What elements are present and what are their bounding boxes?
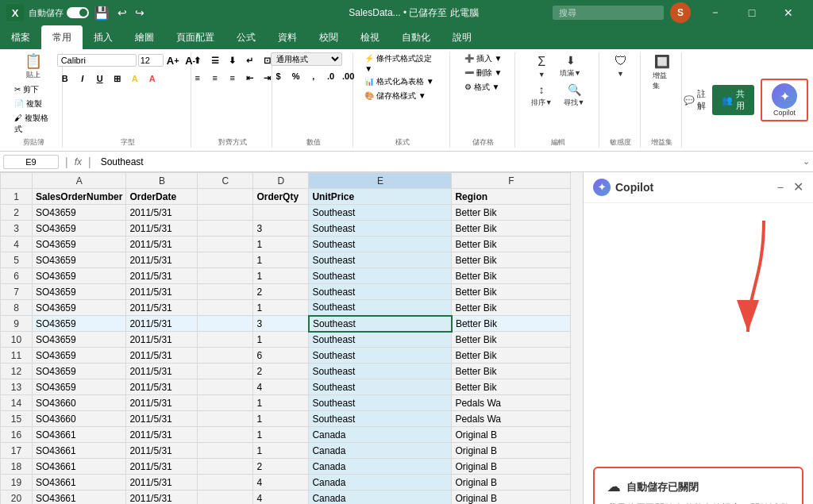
- cell-e11[interactable]: Southeast: [309, 348, 452, 364]
- tab-insert[interactable]: 插入: [83, 25, 124, 49]
- align-right-btn[interactable]: ≡: [225, 70, 241, 86]
- cell-a20[interactable]: SO43661: [33, 491, 126, 505]
- paste-btn[interactable]: 📋 貼上: [19, 52, 48, 82]
- cell-d15[interactable]: 1: [253, 411, 309, 427]
- cell-d1[interactable]: OrderQty: [253, 189, 309, 205]
- sort-filter-btn[interactable]: ↕ 排序▼: [526, 82, 557, 110]
- cell-b18[interactable]: 2011/5/31: [126, 459, 198, 475]
- cell-f2[interactable]: Better Bik: [452, 205, 571, 221]
- cell-b4[interactable]: 2011/5/31: [126, 237, 198, 252]
- cell-e5[interactable]: Southeast: [309, 252, 452, 268]
- cell-b15[interactable]: 2011/5/31: [126, 411, 198, 427]
- cell-a9[interactable]: SO43659: [33, 316, 126, 332]
- cell-d16[interactable]: 1: [253, 427, 309, 443]
- cell-a3[interactable]: SO43659: [33, 221, 126, 237]
- sum-btn[interactable]: Σ ▼: [530, 52, 553, 80]
- cell-d3[interactable]: 3: [253, 221, 309, 237]
- tab-automate[interactable]: 自動化: [391, 25, 441, 49]
- copy-btn[interactable]: 📄 複製: [11, 98, 56, 110]
- redo-btn[interactable]: ↪: [132, 5, 148, 21]
- cell-b12[interactable]: 2011/5/31: [126, 364, 198, 379]
- cell-b19[interactable]: 2011/5/31: [126, 475, 198, 491]
- cell-f20[interactable]: Original B: [452, 491, 571, 505]
- cell-f15[interactable]: Pedals Wa: [452, 411, 571, 427]
- cell-d10[interactable]: 1: [253, 332, 309, 348]
- cell-a8[interactable]: SO43659: [33, 300, 126, 316]
- formula-expand-btn[interactable]: ⌄: [803, 156, 810, 167]
- cell-d12[interactable]: 2: [253, 364, 309, 379]
- sensitivity-btn[interactable]: 🛡 ▼: [607, 52, 635, 79]
- cell-f10[interactable]: Better Bik: [452, 332, 571, 348]
- col-header-d[interactable]: D: [253, 173, 309, 189]
- cell-a4[interactable]: SO43659: [33, 237, 126, 252]
- cell-d14[interactable]: 1: [253, 395, 309, 411]
- cell-c19[interactable]: [198, 475, 253, 491]
- cell-a5[interactable]: SO43659: [33, 252, 126, 268]
- cell-f4[interactable]: Better Bik: [452, 237, 571, 252]
- cell-a7[interactable]: SO43659: [33, 284, 126, 300]
- cell-b2[interactable]: 2011/5/31: [126, 205, 198, 221]
- cell-c12[interactable]: [198, 364, 253, 379]
- cell-e14[interactable]: Southeast: [309, 395, 452, 411]
- cell-a6[interactable]: SO43659: [33, 268, 126, 284]
- cell-e1[interactable]: UnitPrice: [309, 189, 452, 205]
- cell-e15[interactable]: Southeast: [309, 411, 452, 427]
- font-name-input[interactable]: [57, 54, 137, 67]
- cell-c3[interactable]: [198, 221, 253, 237]
- cell-c20[interactable]: [198, 491, 253, 505]
- cell-styles-btn[interactable]: 🎨 儲存格樣式 ▼: [361, 90, 429, 102]
- tab-file[interactable]: 檔案: [0, 25, 41, 49]
- cell-f6[interactable]: Better Bik: [452, 268, 571, 284]
- cell-c13[interactable]: [198, 379, 253, 395]
- cell-a10[interactable]: SO43659: [33, 332, 126, 348]
- cell-e17[interactable]: Canada: [309, 443, 452, 459]
- italic-btn[interactable]: I: [75, 71, 91, 87]
- cell-b20[interactable]: 2011/5/31: [126, 491, 198, 505]
- percent-btn[interactable]: %: [288, 68, 304, 84]
- tab-view[interactable]: 檢視: [349, 25, 391, 49]
- format-as-table-btn[interactable]: 📊 格式化為表格 ▼: [361, 75, 437, 88]
- cell-d4[interactable]: 1: [253, 237, 309, 252]
- cell-reference-input[interactable]: [3, 155, 59, 169]
- currency-btn[interactable]: $: [271, 68, 287, 84]
- cell-d9[interactable]: 3: [253, 316, 309, 332]
- cell-d7[interactable]: 2: [253, 284, 309, 300]
- grid-container[interactable]: A B C D E F 1 SalesOrderNumber OrderDate: [0, 172, 583, 504]
- cell-c11[interactable]: [198, 348, 253, 364]
- cell-f7[interactable]: Better Bik: [452, 284, 571, 300]
- format-cells-btn[interactable]: ⚙ 格式 ▼: [461, 81, 505, 94]
- cell-e13[interactable]: Southeast: [309, 379, 452, 395]
- restore-btn[interactable]: □: [734, 0, 770, 25]
- align-center-btn[interactable]: ≡: [207, 70, 223, 86]
- cell-e16[interactable]: Canada: [309, 427, 452, 443]
- cell-b5[interactable]: 2011/5/31: [126, 252, 198, 268]
- cell-a2[interactable]: SO43659: [33, 205, 126, 221]
- addins-btn[interactable]: 🔲 增益集: [648, 52, 676, 93]
- cell-c18[interactable]: [198, 459, 253, 475]
- cell-c10[interactable]: [198, 332, 253, 348]
- increase-decimal-btn[interactable]: .0: [323, 68, 339, 84]
- tab-draw[interactable]: 繪圖: [124, 25, 165, 49]
- close-btn[interactable]: ✕: [770, 0, 807, 25]
- format-painter-btn[interactable]: 🖌 複製格式: [11, 112, 56, 136]
- tab-review[interactable]: 校閱: [308, 25, 349, 49]
- tab-layout[interactable]: 頁面配置: [165, 25, 225, 49]
- cell-f9[interactable]: Better Bik: [452, 316, 571, 332]
- cell-c4[interactable]: [198, 237, 253, 252]
- cell-c8[interactable]: [198, 300, 253, 316]
- cell-c6[interactable]: [198, 268, 253, 284]
- cell-d13[interactable]: 4: [253, 379, 309, 395]
- border-btn[interactable]: ⊞: [110, 71, 125, 87]
- cell-d6[interactable]: 1: [253, 268, 309, 284]
- cell-f3[interactable]: Better Bik: [452, 221, 571, 237]
- fill-btn[interactable]: ⬇ 填滿▼: [555, 52, 586, 80]
- copilot-close-icon[interactable]: ✕: [793, 179, 803, 196]
- cell-b17[interactable]: 2011/5/31: [126, 443, 198, 459]
- cell-b16[interactable]: 2011/5/31: [126, 427, 198, 443]
- cell-a16[interactable]: SO43661: [33, 427, 126, 443]
- font-size-input[interactable]: [138, 54, 164, 67]
- cell-c16[interactable]: [198, 427, 253, 443]
- cell-f19[interactable]: Original B: [452, 475, 571, 491]
- fill-color-btn[interactable]: A: [127, 71, 143, 87]
- conditional-format-btn[interactable]: ⚡ 條件式格式設定 ▼: [361, 52, 443, 74]
